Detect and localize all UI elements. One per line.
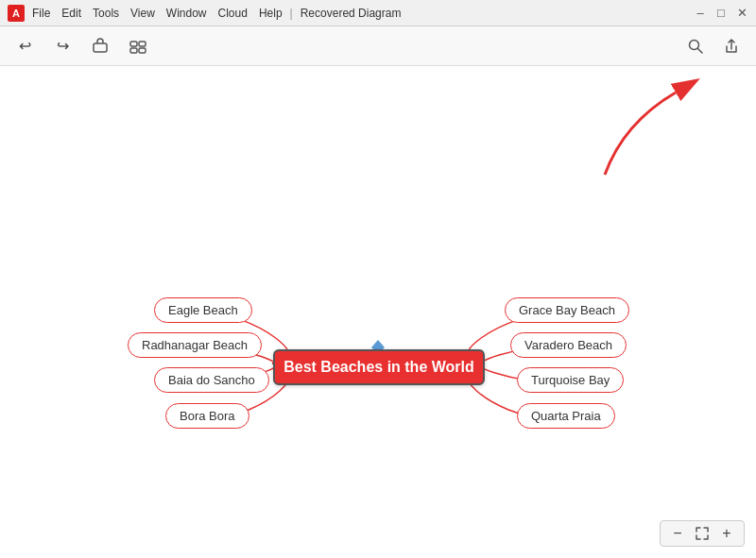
node-radhanagar-beach[interactable]: Radhanagar Beach: [128, 332, 262, 358]
menu-edit[interactable]: Edit: [61, 7, 81, 20]
minimize-button[interactable]: –: [694, 7, 707, 20]
share-button[interactable]: [718, 33, 745, 59]
menu-view[interactable]: View: [130, 7, 155, 20]
node-bora-bora[interactable]: Bora Bora: [165, 403, 249, 429]
svg-rect-0: [94, 43, 107, 52]
svg-rect-2: [139, 42, 146, 46]
node-grace-bay-beach[interactable]: Grace Bay Beach: [505, 297, 629, 323]
diagram-svg: [0, 66, 756, 558]
menu-window[interactable]: Window: [166, 7, 207, 20]
node-varadero-beach[interactable]: Varadero Beach: [510, 332, 627, 358]
diagram-canvas: Best Beaches in the World Eagle Beach Ra…: [0, 66, 756, 558]
node-eagle-beach[interactable]: Eagle Beach: [154, 297, 252, 323]
svg-rect-4: [139, 48, 146, 53]
toolbar: ↩ ↪: [0, 26, 756, 66]
maximize-button[interactable]: □: [714, 7, 728, 20]
search-button[interactable]: [682, 33, 709, 59]
title-bar: A File Edit Tools View Window Cloud Help…: [0, 0, 756, 26]
window-controls: – □ ✕: [694, 7, 748, 20]
menu-tools[interactable]: Tools: [93, 7, 119, 20]
center-node[interactable]: Best Beaches in the World: [273, 349, 485, 385]
redo-button[interactable]: ↪: [49, 33, 76, 59]
undo-button[interactable]: ↩: [11, 33, 38, 59]
zoom-fit-icon[interactable]: [693, 524, 712, 543]
node-turquoise-bay[interactable]: Turquoise Bay: [517, 367, 624, 393]
app-icon: A: [8, 5, 25, 22]
zoom-in-button[interactable]: +: [717, 524, 736, 543]
diagram-title: Recovered Diagram: [301, 7, 402, 20]
separator: |: [290, 7, 293, 20]
svg-line-6: [698, 48, 703, 53]
zoom-controls: − +: [660, 520, 745, 547]
menu-bar: File Edit Tools View Window Cloud Help: [32, 7, 283, 20]
svg-rect-1: [130, 42, 137, 46]
svg-rect-3: [130, 48, 137, 53]
menu-cloud[interactable]: Cloud: [218, 7, 248, 20]
menu-help[interactable]: Help: [259, 7, 283, 20]
tool-icon2[interactable]: [125, 33, 151, 59]
node-baia-do-sancho[interactable]: Baia do Sancho: [154, 367, 269, 393]
zoom-out-button[interactable]: −: [668, 524, 687, 543]
close-button[interactable]: ✕: [735, 7, 748, 20]
node-quarta-praia[interactable]: Quarta Praia: [517, 403, 615, 429]
tool-icon1[interactable]: [87, 33, 113, 59]
menu-file[interactable]: File: [32, 7, 50, 20]
